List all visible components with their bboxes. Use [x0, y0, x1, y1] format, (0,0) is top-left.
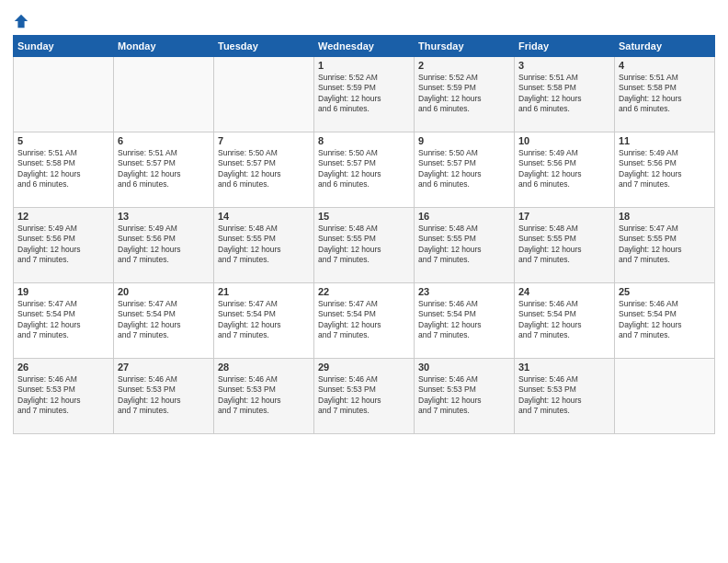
- day-info: Sunrise: 5:48 AM Sunset: 5:55 PM Dayligh…: [318, 224, 410, 266]
- day-number: 22: [318, 286, 410, 297]
- calendar-cell: 2Sunrise: 5:52 AM Sunset: 5:59 PM Daylig…: [415, 57, 515, 132]
- day-number: 17: [518, 211, 610, 222]
- day-number: 4: [619, 60, 711, 71]
- day-info: Sunrise: 5:46 AM Sunset: 5:54 PM Dayligh…: [418, 299, 510, 341]
- col-header-tuesday: Tuesday: [214, 36, 314, 57]
- calendar-cell: 4Sunrise: 5:51 AM Sunset: 5:58 PM Daylig…: [615, 57, 715, 132]
- calendar-week-1: 1Sunrise: 5:52 AM Sunset: 5:59 PM Daylig…: [14, 57, 715, 132]
- day-info: Sunrise: 5:50 AM Sunset: 5:57 PM Dayligh…: [418, 148, 510, 190]
- calendar-cell: 13Sunrise: 5:49 AM Sunset: 5:56 PM Dayli…: [114, 208, 214, 283]
- day-info: Sunrise: 5:46 AM Sunset: 5:53 PM Dayligh…: [118, 374, 210, 417]
- col-header-saturday: Saturday: [615, 36, 715, 57]
- calendar-cell: 3Sunrise: 5:51 AM Sunset: 5:58 PM Daylig…: [515, 57, 615, 132]
- day-number: 5: [17, 135, 109, 146]
- day-info: Sunrise: 5:47 AM Sunset: 5:54 PM Dayligh…: [17, 299, 109, 341]
- day-number: 31: [518, 362, 610, 373]
- day-number: 6: [118, 135, 210, 146]
- day-number: 12: [17, 211, 109, 222]
- calendar-cell: 28Sunrise: 5:46 AM Sunset: 5:53 PM Dayli…: [214, 359, 314, 434]
- day-number: 28: [218, 362, 310, 373]
- calendar-cell: 1Sunrise: 5:52 AM Sunset: 5:59 PM Daylig…: [314, 57, 415, 132]
- calendar-cell: 7Sunrise: 5:50 AM Sunset: 5:57 PM Daylig…: [214, 132, 314, 208]
- page: SundayMondayTuesdayWednesdayThursdayFrid…: [0, 0, 728, 563]
- calendar-cell: 18Sunrise: 5:47 AM Sunset: 5:55 PM Dayli…: [615, 208, 715, 283]
- calendar-week-2: 5Sunrise: 5:51 AM Sunset: 5:58 PM Daylig…: [14, 132, 715, 208]
- calendar: SundayMondayTuesdayWednesdayThursdayFrid…: [13, 35, 715, 434]
- day-info: Sunrise: 5:48 AM Sunset: 5:55 PM Dayligh…: [518, 224, 610, 266]
- day-info: Sunrise: 5:48 AM Sunset: 5:55 PM Dayligh…: [218, 224, 310, 266]
- day-info: Sunrise: 5:49 AM Sunset: 5:56 PM Dayligh…: [118, 224, 210, 266]
- calendar-cell: 23Sunrise: 5:46 AM Sunset: 5:54 PM Dayli…: [415, 283, 515, 359]
- header: [13, 9, 715, 29]
- calendar-cell: 27Sunrise: 5:46 AM Sunset: 5:53 PM Dayli…: [114, 359, 214, 434]
- calendar-cell: [114, 57, 214, 132]
- day-number: 18: [619, 211, 711, 222]
- day-number: 8: [318, 135, 410, 146]
- logo: [13, 13, 31, 29]
- day-number: 2: [418, 60, 510, 71]
- calendar-cell: 26Sunrise: 5:46 AM Sunset: 5:53 PM Dayli…: [14, 359, 114, 434]
- calendar-header-row: SundayMondayTuesdayWednesdayThursdayFrid…: [14, 36, 715, 57]
- day-number: 21: [218, 286, 310, 297]
- day-info: Sunrise: 5:49 AM Sunset: 5:56 PM Dayligh…: [17, 224, 109, 266]
- calendar-cell: 20Sunrise: 5:47 AM Sunset: 5:54 PM Dayli…: [114, 283, 214, 359]
- calendar-cell: 16Sunrise: 5:48 AM Sunset: 5:55 PM Dayli…: [415, 208, 515, 283]
- calendar-cell: 10Sunrise: 5:49 AM Sunset: 5:56 PM Dayli…: [515, 132, 615, 208]
- col-header-sunday: Sunday: [14, 36, 114, 57]
- day-number: 9: [418, 135, 510, 146]
- day-info: Sunrise: 5:46 AM Sunset: 5:53 PM Dayligh…: [218, 374, 310, 417]
- calendar-cell: 11Sunrise: 5:49 AM Sunset: 5:56 PM Dayli…: [615, 132, 715, 208]
- logo-icon: [13, 13, 29, 29]
- day-number: 19: [17, 286, 109, 297]
- calendar-cell: [14, 57, 114, 132]
- calendar-cell: 17Sunrise: 5:48 AM Sunset: 5:55 PM Dayli…: [515, 208, 615, 283]
- day-info: Sunrise: 5:46 AM Sunset: 5:53 PM Dayligh…: [17, 374, 109, 417]
- day-info: Sunrise: 5:51 AM Sunset: 5:57 PM Dayligh…: [118, 148, 210, 190]
- calendar-cell: 5Sunrise: 5:51 AM Sunset: 5:58 PM Daylig…: [14, 132, 114, 208]
- day-number: 14: [218, 211, 310, 222]
- calendar-cell: 19Sunrise: 5:47 AM Sunset: 5:54 PM Dayli…: [14, 283, 114, 359]
- day-number: 30: [418, 362, 510, 373]
- day-number: 10: [518, 135, 610, 146]
- day-number: 27: [118, 362, 210, 373]
- calendar-cell: 9Sunrise: 5:50 AM Sunset: 5:57 PM Daylig…: [415, 132, 515, 208]
- day-info: Sunrise: 5:49 AM Sunset: 5:56 PM Dayligh…: [619, 148, 711, 190]
- col-header-thursday: Thursday: [415, 36, 515, 57]
- day-number: 13: [118, 211, 210, 222]
- calendar-cell: 22Sunrise: 5:47 AM Sunset: 5:54 PM Dayli…: [314, 283, 415, 359]
- day-info: Sunrise: 5:46 AM Sunset: 5:54 PM Dayligh…: [619, 299, 711, 341]
- day-info: Sunrise: 5:50 AM Sunset: 5:57 PM Dayligh…: [318, 148, 410, 190]
- day-number: 7: [218, 135, 310, 146]
- day-info: Sunrise: 5:47 AM Sunset: 5:54 PM Dayligh…: [118, 299, 210, 341]
- day-info: Sunrise: 5:52 AM Sunset: 5:59 PM Dayligh…: [418, 73, 510, 115]
- calendar-cell: 29Sunrise: 5:46 AM Sunset: 5:53 PM Dayli…: [314, 359, 415, 434]
- calendar-week-4: 19Sunrise: 5:47 AM Sunset: 5:54 PM Dayli…: [14, 283, 715, 359]
- calendar-cell: [214, 57, 314, 132]
- day-number: 3: [518, 60, 610, 71]
- day-info: Sunrise: 5:49 AM Sunset: 5:56 PM Dayligh…: [518, 148, 610, 190]
- calendar-cell: 21Sunrise: 5:47 AM Sunset: 5:54 PM Dayli…: [214, 283, 314, 359]
- calendar-cell: 12Sunrise: 5:49 AM Sunset: 5:56 PM Dayli…: [14, 208, 114, 283]
- calendar-cell: 15Sunrise: 5:48 AM Sunset: 5:55 PM Dayli…: [314, 208, 415, 283]
- day-number: 29: [318, 362, 410, 373]
- day-info: Sunrise: 5:46 AM Sunset: 5:53 PM Dayligh…: [318, 374, 410, 417]
- day-number: 16: [418, 211, 510, 222]
- day-number: 25: [619, 286, 711, 297]
- day-info: Sunrise: 5:47 AM Sunset: 5:54 PM Dayligh…: [218, 299, 310, 341]
- day-info: Sunrise: 5:50 AM Sunset: 5:57 PM Dayligh…: [218, 148, 310, 190]
- day-info: Sunrise: 5:51 AM Sunset: 5:58 PM Dayligh…: [518, 73, 610, 115]
- calendar-week-5: 26Sunrise: 5:46 AM Sunset: 5:53 PM Dayli…: [14, 359, 715, 434]
- day-info: Sunrise: 5:46 AM Sunset: 5:54 PM Dayligh…: [518, 299, 610, 341]
- day-info: Sunrise: 5:48 AM Sunset: 5:55 PM Dayligh…: [418, 224, 510, 266]
- day-number: 1: [318, 60, 410, 71]
- calendar-cell: 24Sunrise: 5:46 AM Sunset: 5:54 PM Dayli…: [515, 283, 615, 359]
- day-number: 23: [418, 286, 510, 297]
- day-info: Sunrise: 5:51 AM Sunset: 5:58 PM Dayligh…: [619, 73, 711, 115]
- calendar-cell: 25Sunrise: 5:46 AM Sunset: 5:54 PM Dayli…: [615, 283, 715, 359]
- calendar-cell: 8Sunrise: 5:50 AM Sunset: 5:57 PM Daylig…: [314, 132, 415, 208]
- day-info: Sunrise: 5:47 AM Sunset: 5:54 PM Dayligh…: [318, 299, 410, 341]
- day-number: 11: [619, 135, 711, 146]
- calendar-cell: 30Sunrise: 5:46 AM Sunset: 5:53 PM Dayli…: [415, 359, 515, 434]
- day-number: 26: [17, 362, 109, 373]
- day-info: Sunrise: 5:51 AM Sunset: 5:58 PM Dayligh…: [17, 148, 109, 190]
